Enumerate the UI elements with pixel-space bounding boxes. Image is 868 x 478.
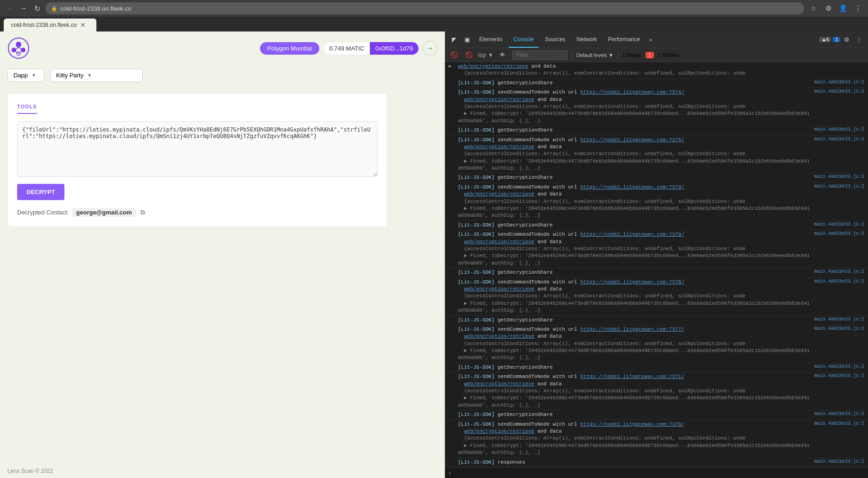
devtools-filter-toggle[interactable]: 🚫: [463, 50, 475, 61]
console-link[interactable]: web/encryption/retrieve: [464, 381, 534, 387]
reload-button[interactable]: ↻: [32, 3, 43, 14]
tab-close-button[interactable]: ✕: [80, 21, 86, 29]
expand-spacer: [449, 421, 454, 457]
console-entry: [Lit-JS-SDK] sendCommandToNode with url …: [445, 325, 868, 363]
extensions-button[interactable]: ⚙: [822, 2, 835, 15]
expand-arrow[interactable]: ▶: [449, 63, 454, 77]
console-link[interactable]: web/encryption/retrieve: [464, 97, 534, 102]
console-message: [Lit-JS-SDK] sendCommandToNode with url …: [458, 279, 811, 314]
console-source[interactable]: main.4a01be33.js:2: [814, 127, 864, 134]
logout-button[interactable]: →: [423, 41, 437, 56]
console-message: [Lit-JS-SDK] getDecryptionShare: [458, 174, 811, 181]
devtools-device-button[interactable]: ▣: [462, 34, 473, 45]
address-bar[interactable]: 🔒 cold-frost-2338.on.fleek.co: [45, 2, 804, 14]
copy-button[interactable]: ⧉: [139, 208, 146, 217]
devtools-icons-group: ▲4 1 ⚙ ⋮: [818, 34, 864, 45]
console-link[interactable]: web/encryption/retrieve: [464, 428, 534, 434]
console-message: [Lit-JS-SDK] getDecryptionShare: [458, 411, 811, 418]
expand-spacer: [449, 137, 454, 172]
issues-separator: |: [617, 52, 619, 58]
expand-spacer: [449, 459, 454, 466]
decrypt-button[interactable]: DECRYPT: [17, 184, 64, 200]
tools-section-title: TOOLS: [17, 103, 378, 121]
console-source[interactable]: main.4a01be33.js:2: [814, 80, 864, 87]
app-area: Polygon Mumbai 0.749 MATIC 0x0f0D...1d79…: [0, 31, 445, 478]
console-source[interactable]: main.4a01be33.js:2: [814, 89, 864, 125]
tools-header-label: TOOLS: [17, 104, 37, 114]
dapp-dropdown[interactable]: Dapp ▼: [7, 69, 44, 82]
console-link[interactable]: https://node2.litgateway.com:7377/: [580, 327, 684, 332]
console-source[interactable]: main.4a01be33.js:2: [814, 269, 864, 276]
console-source[interactable]: main.4a01be33.js:2: [814, 174, 864, 181]
bookmark-button[interactable]: ☆: [807, 2, 820, 15]
project-dropdown[interactable]: Kitty Party ▼: [50, 69, 143, 82]
project-dropdown-arrow: ▼: [87, 73, 92, 78]
console-link[interactable]: https://node2.litgateway.com:7375/: [580, 137, 684, 143]
devtools-bottom-bar: ›: [445, 467, 868, 478]
back-button[interactable]: ←: [4, 3, 15, 14]
devtools-tab-network[interactable]: Network: [572, 31, 602, 48]
devtools-more-button[interactable]: ⋮: [853, 34, 864, 45]
console-link[interactable]: web/encryption/retrieve: [464, 333, 534, 339]
console-link[interactable]: web/encryption/retrieve: [464, 144, 534, 150]
console-source[interactable]: main.4a01be33.js:2: [814, 411, 864, 418]
console-source[interactable]: main.4a01be33.js:2: [814, 459, 864, 466]
console-link[interactable]: web/encryption/retrieve: [464, 191, 534, 197]
wallet-address[interactable]: 0x0f0D...1d79: [370, 42, 418, 55]
console-source[interactable]: main.4a01be33.js:2: [814, 364, 864, 371]
console-link[interactable]: https://node2.litgateway.com:7376/: [580, 421, 684, 427]
console-link[interactable]: https://node2.litgateway.com:7371/: [580, 374, 684, 379]
devtools-chevron-right-icon[interactable]: ›: [449, 469, 451, 477]
console-link[interactable]: web/encryption/retrieve: [458, 63, 528, 69]
console-source[interactable]: main.4a01be33.js:2: [814, 373, 864, 409]
browser-tab[interactable]: cold-frost-2338.on.fleek.co ✕: [4, 19, 96, 31]
filter-separator: |: [571, 52, 573, 58]
console-source[interactable]: main.4a01be33.js:2: [814, 231, 864, 267]
console-entry: [Lit-JS-SDK] sendCommandToNode with url …: [445, 372, 868, 410]
context-selector[interactable]: top ▼: [478, 52, 494, 58]
header-right: Polygon Mumbai 0.749 MATIC 0x0f0D...1d79…: [260, 41, 437, 56]
tab-bar: cold-frost-2338.on.fleek.co ✕: [0, 17, 868, 31]
main-layout: Polygon Mumbai 0.749 MATIC 0x0f0D...1d79…: [0, 31, 868, 478]
devtools-tab-elements[interactable]: Elements: [475, 31, 507, 48]
network-button[interactable]: Polygon Mumbai: [260, 42, 320, 55]
devtools-console[interactable]: ▶ web/encryption/retrieve and data {acce…: [445, 62, 868, 467]
console-message: [Lit-JS-SDK] sendCommandToNode with url …: [458, 137, 811, 172]
devtools-eye-button[interactable]: 👁: [497, 50, 508, 61]
console-source[interactable]: main.4a01be33.js:2: [814, 222, 864, 229]
console-filter-input[interactable]: [512, 50, 568, 60]
json-textarea[interactable]: {"fileUrl":"https://loties.mypinata.clou…: [17, 121, 378, 177]
app-header: Polygon Mumbai 0.749 MATIC 0x0f0D...1d79…: [0, 31, 445, 65]
console-source[interactable]: main.4a01be33.js:2: [814, 137, 864, 172]
menu-button[interactable]: ⋮: [851, 2, 864, 15]
console-message: [Lit-JS-SDK] sendCommandToNode with url …: [458, 89, 811, 125]
console-link[interactable]: https://node2.litgateway.com:7374/: [580, 89, 684, 95]
console-source[interactable]: main.4a01be33.js:2: [814, 184, 864, 220]
console-source[interactable]: main.4a01be33.js:2: [814, 326, 864, 362]
devtools-tab-sources[interactable]: Sources: [540, 31, 570, 48]
console-link[interactable]: https://node2.litgateway.com:7379/: [580, 184, 684, 190]
console-entry: [Lit-JS-SDK] getDecryptionShare main.4a0…: [445, 173, 868, 182]
expand-spacer: [449, 326, 454, 362]
svg-point-1: [16, 42, 21, 47]
dapp-dropdown-arrow: ▼: [32, 73, 36, 78]
console-link[interactable]: https://node2.litgateway.com:7379/: [580, 232, 684, 237]
devtools-tab-console[interactable]: Console: [509, 31, 539, 48]
console-entry: [Lit-JS-SDK] getDecryptionShare main.4a0…: [445, 410, 868, 420]
browser-actions: ☆ ⚙ 👤 ⋮: [807, 2, 864, 15]
devtools-tab-performance[interactable]: Performance: [603, 31, 645, 48]
profile-button[interactable]: 👤: [836, 2, 849, 15]
levels-dropdown[interactable]: Default levels ▼: [577, 52, 614, 58]
console-link[interactable]: https://node2.litgateway.com:7378/: [580, 279, 684, 285]
console-source[interactable]: main.4a01be33.js:2: [814, 279, 864, 314]
devtools-tab-more[interactable]: »: [646, 35, 655, 45]
forward-button[interactable]: →: [18, 3, 29, 14]
console-source[interactable]: main.4a01be33.js:2: [814, 317, 864, 324]
devtools-settings-button[interactable]: ⚙: [841, 34, 852, 45]
console-link[interactable]: web/encryption/retrieve: [464, 239, 534, 245]
console-link[interactable]: web/encryption/retrieve: [464, 286, 534, 292]
console-source[interactable]: main.4a01be33.js:2: [814, 421, 864, 457]
devtools-clear-button[interactable]: 🚫: [449, 50, 460, 61]
devtools-inspect-button[interactable]: ◤: [449, 34, 460, 45]
context-dropdown-arrow: ▼: [488, 52, 494, 58]
